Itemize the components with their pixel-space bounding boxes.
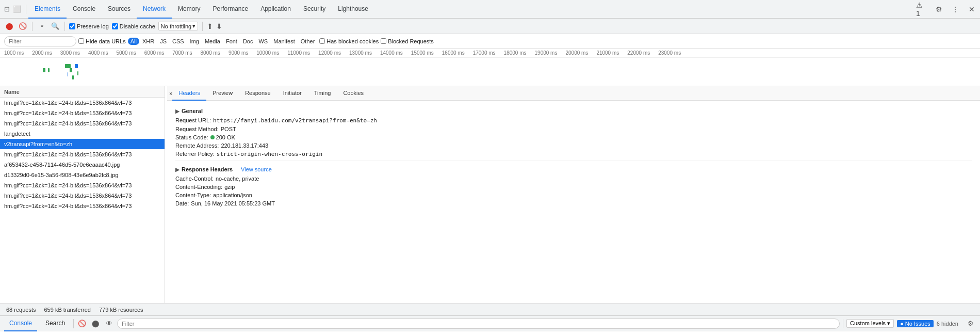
tab-console[interactable]: Console xyxy=(67,0,102,19)
devtools-right-icons: ⚠ 1 ⚙ ⋮ ✕ xyxy=(916,3,978,15)
has-blocked-cookies-checkbox[interactable] xyxy=(319,38,325,44)
timeline-label-5: 5000 ms xyxy=(112,50,140,56)
date-row: Date: Sun, 16 May 2021 05:55:23 GMT xyxy=(175,199,972,208)
filter-type-img[interactable]: Img xyxy=(187,38,202,45)
filter-type-other[interactable]: Other xyxy=(298,38,318,45)
detail-tab-headers[interactable]: Headers xyxy=(172,86,206,101)
waterfall-bar xyxy=(72,75,73,79)
waterfall-bar xyxy=(70,68,72,72)
timeline-label-14: 14000 ms xyxy=(376,50,407,56)
search-icon[interactable]: 🔍 xyxy=(50,21,60,31)
tab-elements[interactable]: Elements xyxy=(28,0,67,19)
list-item-jpg1[interactable]: af653432-e458-7114-46d5-570e6eaaac40.jpg xyxy=(0,160,165,170)
timeline-label-20: 20000 ms xyxy=(561,50,592,56)
throttle-arrow-icon: ▾ xyxy=(192,23,195,29)
device-icon[interactable]: ⬜ xyxy=(12,5,22,14)
general-arrow-icon: ▶ xyxy=(175,108,179,114)
preserve-log-label[interactable]: Preserve log xyxy=(69,23,109,29)
filter-type-all[interactable]: All xyxy=(128,38,139,45)
timeline-label-18: 18000 ms xyxy=(500,50,531,56)
clear-button[interactable]: 🚫 xyxy=(18,21,28,31)
filter-input[interactable] xyxy=(4,36,76,46)
filter-type-xhr[interactable]: XHR xyxy=(140,38,157,45)
console-filter-input[interactable] xyxy=(117,319,840,329)
filter-type-ws[interactable]: WS xyxy=(256,38,270,45)
toolbar-separator-3 xyxy=(202,22,203,31)
list-item[interactable]: hm.gif?cc=1&ck=1&cl=24-bit&ds=1536x864&v… xyxy=(0,201,165,211)
warning-button[interactable]: ⚠ 1 xyxy=(916,3,928,15)
list-item-langdetect[interactable]: langdetect xyxy=(0,129,165,139)
status-code-row: Status Code: 200 OK xyxy=(175,133,972,141)
download-button[interactable]: ⬇ xyxy=(216,22,222,30)
list-item-jpg2[interactable]: d13329d0-6e15-3a56-f908-43e6e9ab2fc8.jpg xyxy=(0,170,165,180)
response-headers-section-header[interactable]: ▶ Response Headers View source xyxy=(175,163,972,174)
tab-sources[interactable]: Sources xyxy=(102,0,137,19)
disable-cache-checkbox[interactable] xyxy=(112,23,118,29)
blocked-requests-label[interactable]: Blocked Requests xyxy=(381,38,434,44)
detail-tabs: × Headers Preview Response Initiator Tim… xyxy=(167,86,980,101)
console-input-row: ❯ top ▾ ▲ › 6 messages xyxy=(0,331,980,334)
close-devtools-icon[interactable]: ✕ xyxy=(966,3,978,15)
console-bar: Console Search 🚫 ⬤ 👁 Custom levels ▾ ● N… xyxy=(0,315,980,331)
console-record-icon[interactable]: ⬤ xyxy=(90,319,101,329)
upload-button[interactable]: ⬆ xyxy=(207,22,213,30)
console-gear-icon[interactable]: ⚙ xyxy=(966,319,976,329)
settings-icon[interactable]: ⚙ xyxy=(933,3,945,15)
filter-type-doc[interactable]: Doc xyxy=(240,38,256,45)
timeline-label-22: 22000 ms xyxy=(623,50,654,56)
list-item[interactable]: hm.gif?cc=1&ck=1&cl=24-bit&ds=1536x864&v… xyxy=(0,180,165,190)
list-item-v2transapi[interactable]: v2transapi?from=en&to=zh xyxy=(0,139,165,149)
timeline-label-17: 17000 ms xyxy=(469,50,500,56)
list-item[interactable]: hm.gif?cc=1&ck=1&cl=24-bit&ds=1536x864&v… xyxy=(0,98,165,108)
list-item[interactable]: hm.gif?cc=1&ck=1&cl=24-bit&ds=1536x864&v… xyxy=(0,118,165,129)
tab-performance[interactable]: Performance xyxy=(206,0,254,19)
filter-type-media[interactable]: Media xyxy=(202,38,223,45)
detail-tab-timing[interactable]: Timing xyxy=(308,86,337,101)
general-section-header[interactable]: ▶ General xyxy=(175,105,972,116)
has-blocked-cookies-label[interactable]: Has blocked cookies xyxy=(319,38,379,44)
blocked-requests-checkbox[interactable] xyxy=(381,38,386,44)
preserve-log-checkbox[interactable] xyxy=(69,23,75,29)
file-list: Name hm.gif?cc=1&ck=1&cl=24-bit&ds=1536x… xyxy=(0,86,165,303)
throttle-select[interactable]: No throttling ▾ xyxy=(158,22,198,30)
record-button[interactable]: ⬤ xyxy=(4,21,14,31)
remote-address-row: Remote Address: 220.181.33.17:443 xyxy=(175,141,972,150)
filter-type-js[interactable]: JS xyxy=(157,38,169,45)
content-type-row: Content-Type: application/json xyxy=(175,191,972,199)
view-source-button[interactable]: View source xyxy=(241,166,272,172)
timeline-label-6: 6000 ms xyxy=(140,50,168,56)
tab-network[interactable]: Network xyxy=(137,0,172,19)
console-clear-icon[interactable]: 🚫 xyxy=(77,319,87,329)
content-encoding-row: Content-Encoding: gzip xyxy=(175,183,972,191)
hide-data-urls-label[interactable]: Hide data URLs xyxy=(78,38,126,44)
filter-icon[interactable]: ⚬ xyxy=(37,21,47,31)
console-separator-2 xyxy=(843,319,843,328)
tab-security[interactable]: Security xyxy=(297,0,332,19)
list-item[interactable]: hm.gif?cc=1&ck=1&cl=24-bit&ds=1536x864&v… xyxy=(0,149,165,160)
tab-memory[interactable]: Memory xyxy=(172,0,206,19)
console-tab-console[interactable]: Console xyxy=(4,316,37,331)
inspect-icon[interactable]: ⊡ xyxy=(2,5,11,14)
section-divider xyxy=(175,161,972,161)
list-item[interactable]: hm.gif?cc=1&ck=1&cl=24-bit&ds=1536x864&v… xyxy=(0,108,165,118)
hidden-count: 6 hidden xyxy=(937,321,958,327)
console-eye-icon[interactable]: 👁 xyxy=(104,319,114,329)
timeline-label-2: 2000 ms xyxy=(28,50,56,56)
hide-data-urls-checkbox[interactable] xyxy=(78,38,84,44)
list-item[interactable]: hm.gif?cc=1&ck=1&cl=24-bit&ds=1536x864&v… xyxy=(0,190,165,201)
detail-tab-response[interactable]: Response xyxy=(239,86,277,101)
more-icon[interactable]: ⋮ xyxy=(949,3,961,15)
disable-cache-label[interactable]: Disable cache xyxy=(112,23,155,29)
filter-type-css[interactable]: CSS xyxy=(170,38,187,45)
console-tab-search[interactable]: Search xyxy=(40,316,70,331)
detail-tab-cookies[interactable]: Cookies xyxy=(337,86,370,101)
cache-control-row: Cache-Control: no-cache, private xyxy=(175,174,972,183)
tab-lighthouse[interactable]: Lighthouse xyxy=(332,0,374,19)
tab-application[interactable]: Application xyxy=(254,0,297,19)
custom-levels-button[interactable]: Custom levels ▾ xyxy=(846,319,894,328)
filter-type-manifest[interactable]: Manifest xyxy=(271,38,298,45)
detail-tab-preview[interactable]: Preview xyxy=(206,86,239,101)
filter-type-font[interactable]: Font xyxy=(223,38,240,45)
waterfall-area xyxy=(0,58,980,86)
detail-tab-initiator[interactable]: Initiator xyxy=(277,86,308,101)
